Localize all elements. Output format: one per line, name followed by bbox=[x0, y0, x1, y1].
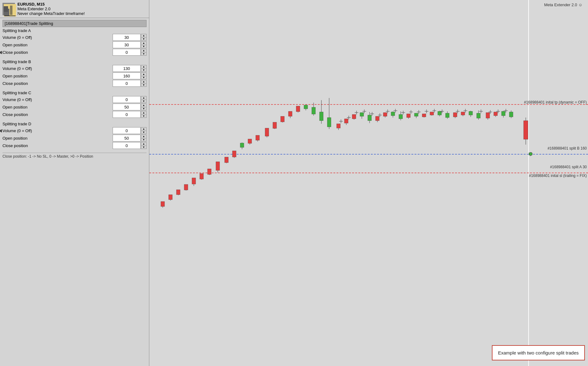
section-a-close-spinner[interactable]: ▲ ▼ bbox=[141, 49, 147, 56]
warning-label: Never change MetaTrader timeframe! bbox=[17, 11, 85, 16]
section-c-volume-row: Volume (0 = Off) ▲ ▼ bbox=[2, 96, 147, 103]
section-d-open-up[interactable]: ▲ bbox=[141, 135, 147, 138]
svg-rect-1 bbox=[4, 9, 9, 16]
section-d-close-input-wrap: ▲ ▼ bbox=[113, 142, 147, 149]
left-panel: EURUSD, M15 Meta Extender 2.0 Never chan… bbox=[0, 0, 149, 366]
section-b-open-spinner[interactable]: ▲ ▼ bbox=[141, 72, 147, 79]
section-d-open-input[interactable] bbox=[113, 135, 141, 141]
svg-rect-95 bbox=[524, 121, 528, 139]
section-a-close-input[interactable] bbox=[113, 49, 141, 56]
header-text: EURUSD, M15 Meta Extender 2.0 Never chan… bbox=[17, 2, 85, 16]
svg-rect-69 bbox=[414, 113, 418, 116]
section-d-open-input-wrap: ▲ ▼ bbox=[113, 135, 147, 141]
panel-content: [168988401]Trade Splitting Splitting tra… bbox=[0, 18, 149, 366]
svg-rect-53 bbox=[352, 114, 356, 119]
section-d-volume-input-wrap: ▲ ▼ bbox=[113, 127, 147, 134]
section-c-close-down[interactable]: ▼ bbox=[141, 114, 147, 118]
section-d-volume-spinner[interactable]: ▲ ▼ bbox=[141, 127, 147, 134]
section-d-volume-up[interactable]: ▲ bbox=[141, 127, 147, 131]
section-a-volume-spinner[interactable]: ▲ ▼ bbox=[141, 34, 147, 41]
section-b-close-input-wrap: ▲ ▼ bbox=[113, 80, 147, 87]
section-b-volume-spinner[interactable]: ▲ ▼ bbox=[141, 65, 147, 72]
svg-rect-77 bbox=[446, 113, 449, 118]
section-d-volume-label: Volume (0 = Off) bbox=[2, 128, 113, 133]
svg-rect-41 bbox=[304, 105, 308, 109]
example-box: Example with two configure split trades bbox=[492, 345, 585, 360]
section-c-open-down[interactable]: ▼ bbox=[141, 107, 147, 110]
svg-rect-35 bbox=[281, 116, 284, 122]
svg-rect-63 bbox=[391, 112, 395, 116]
section-d-open-down[interactable]: ▼ bbox=[141, 138, 147, 141]
section-c: Splitting trade C Volume (0 = Off) ▲ ▼ O… bbox=[2, 90, 147, 118]
section-d-close-row: Close position ▲ ▼ bbox=[2, 142, 147, 149]
svg-rect-13 bbox=[192, 178, 196, 184]
section-d-open-spinner[interactable]: ▲ ▼ bbox=[141, 135, 147, 141]
section-c-volume-input[interactable] bbox=[113, 96, 141, 103]
section-a-volume-input[interactable] bbox=[113, 34, 141, 41]
section-d-heading: Splitting trade D bbox=[2, 122, 147, 126]
section-a-heading: Splitting trade A bbox=[2, 28, 147, 33]
section-d-volume-row: ◄ Volume (0 = Off) ▲ ▼ bbox=[2, 127, 147, 134]
section-b-open-down[interactable]: ▼ bbox=[141, 76, 147, 79]
section-c-close-up[interactable]: ▲ bbox=[141, 111, 147, 114]
section-c-volume-spinner[interactable]: ▲ ▼ bbox=[141, 96, 147, 103]
section-a-close-label: Close position bbox=[2, 50, 113, 55]
svg-rect-81 bbox=[461, 112, 465, 115]
svg-rect-37 bbox=[288, 111, 292, 116]
section-d: Splitting trade D ◄ Volume (0 = Off) ▲ ▼… bbox=[2, 122, 147, 149]
section-b-close-spinner[interactable]: ▲ ▼ bbox=[141, 80, 147, 87]
svg-rect-51 bbox=[344, 119, 348, 123]
svg-rect-29 bbox=[256, 135, 259, 140]
section-a-volume-label: Volume (0 = Off) bbox=[2, 35, 113, 40]
section-c-open-input[interactable] bbox=[113, 104, 141, 110]
section-b-close-input[interactable] bbox=[113, 80, 141, 87]
section-c-open-up[interactable]: ▲ bbox=[141, 104, 147, 107]
svg-rect-27 bbox=[248, 139, 252, 143]
svg-rect-9 bbox=[176, 190, 180, 195]
section-b-volume-row: Volume (0 = Off) ▲ ▼ bbox=[2, 65, 147, 72]
section-b-open-input-wrap: ▲ ▼ bbox=[113, 72, 147, 79]
section-a-open-up[interactable]: ▲ bbox=[141, 41, 147, 45]
candlestick-chart bbox=[149, 0, 588, 366]
section-a-volume-row: Volume (0 = Off) ▲ ▼ bbox=[2, 34, 147, 41]
section-a-open-input[interactable] bbox=[113, 41, 141, 48]
section-c-close-input[interactable] bbox=[113, 111, 141, 118]
section-d-volume-down[interactable]: ▼ bbox=[141, 131, 147, 134]
svg-rect-71 bbox=[422, 114, 426, 117]
section-a-volume-up[interactable]: ▲ bbox=[141, 34, 147, 37]
section-a-volume-down[interactable]: ▼ bbox=[141, 37, 147, 41]
section-c-volume-down[interactable]: ▼ bbox=[141, 100, 147, 103]
section-a-close-up[interactable]: ▲ bbox=[141, 49, 147, 52]
section-a-close-row: ◄ Close position ▲ ▼ bbox=[2, 49, 147, 56]
section-b-volume-up[interactable]: ▲ bbox=[141, 65, 147, 68]
svg-rect-89 bbox=[494, 112, 497, 116]
section-a-open-down[interactable]: ▼ bbox=[141, 45, 147, 48]
section-d-open-row: Open position ▲ ▼ bbox=[2, 135, 147, 141]
section-c-volume-up[interactable]: ▲ bbox=[141, 96, 147, 100]
section-b-close-down[interactable]: ▼ bbox=[141, 83, 147, 87]
section-b-open-up[interactable]: ▲ bbox=[141, 72, 147, 76]
section-c-close-spinner[interactable]: ▲ ▼ bbox=[141, 111, 147, 118]
section-b-volume-input[interactable] bbox=[113, 65, 141, 72]
section-c-close-row: Close position ▲ ▼ bbox=[2, 111, 147, 118]
section-d-close-spinner[interactable]: ▲ ▼ bbox=[141, 142, 147, 149]
example-text: Example with two configure split trades bbox=[498, 350, 579, 355]
section-b-open-input[interactable] bbox=[113, 72, 141, 79]
svg-rect-33 bbox=[273, 122, 277, 128]
section-b-volume-down[interactable]: ▼ bbox=[141, 68, 147, 72]
section-d-close-input[interactable] bbox=[113, 142, 141, 149]
section-b-volume-label: Volume (0 = Off) bbox=[2, 66, 113, 71]
section-d-close-down[interactable]: ▼ bbox=[141, 146, 147, 149]
section-c-close-label: Close position bbox=[2, 112, 113, 117]
section-a-close-down[interactable]: ▼ bbox=[141, 52, 147, 56]
section-d-volume-input[interactable] bbox=[113, 127, 141, 134]
svg-rect-17 bbox=[208, 169, 211, 174]
svg-rect-21 bbox=[225, 157, 228, 163]
section-a-open-spinner[interactable]: ▲ ▼ bbox=[141, 41, 147, 48]
section-d-close-up[interactable]: ▲ bbox=[141, 142, 147, 146]
svg-rect-61 bbox=[383, 113, 387, 116]
section-a-close-input-wrap: ▲ ▼ bbox=[113, 49, 147, 56]
icon-graphic bbox=[4, 4, 14, 14]
section-c-open-spinner[interactable]: ▲ ▼ bbox=[141, 104, 147, 110]
section-b-close-up[interactable]: ▲ bbox=[141, 80, 147, 83]
